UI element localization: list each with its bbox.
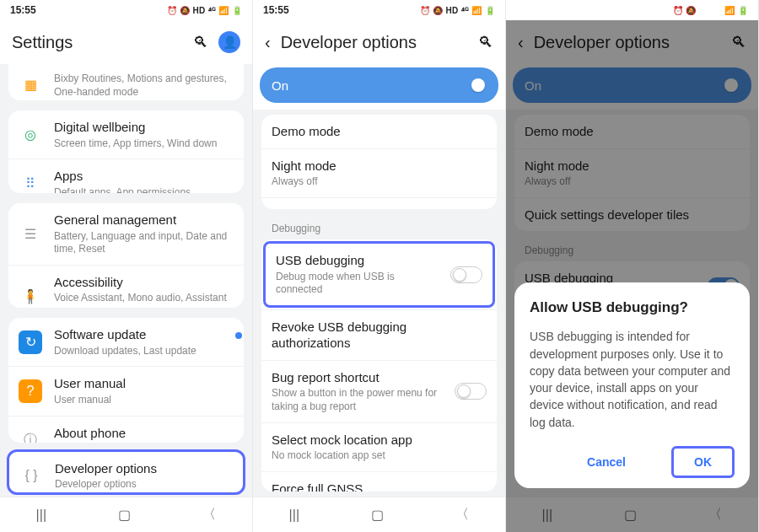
nav-recents[interactable]: ||| (36, 508, 46, 523)
row-demo-mode[interactable]: Demo mode (261, 115, 497, 148)
profile-avatar[interactable]: 👤 (218, 31, 240, 53)
panel-usb-dialog: 15:55 ⏰ 🔕 HD ⁴ᴳ 📶 🔋 ‹ Developer options … (506, 0, 759, 532)
dialog-body: USB debugging is intended for developmen… (530, 328, 735, 431)
advanced-icon: ▦ (19, 73, 42, 97)
row-sub: Bixby Routines, Motions and gestures, On… (54, 73, 234, 99)
toggle-on-icon (455, 77, 487, 94)
row-night-mode[interactable]: Night modeAlways off (261, 148, 497, 197)
row-quick-tiles[interactable]: Quick settings developer tiles (261, 197, 497, 210)
row-advanced-features[interactable]: ▦ Bixby Routines, Motions and gestures, … (8, 64, 244, 100)
notification-dot (235, 332, 242, 339)
row-usb-debugging[interactable]: USB debuggingDebug mode when USB is conn… (263, 241, 495, 308)
update-icon: ↻ (19, 330, 42, 354)
search-icon[interactable]: 🔍︎ (193, 34, 208, 51)
search-icon[interactable]: 🔍︎ (478, 34, 493, 51)
section-debugging: Debugging (258, 214, 500, 239)
status-time: 15:55 (10, 4, 36, 16)
dev-header: ‹ Developer options 🔍︎ (253, 20, 505, 64)
nav-home[interactable]: ▢ (371, 507, 384, 523)
row-developer-options[interactable]: { } Developer optionsDeveloper options (9, 452, 243, 496)
accessibility-icon: 🧍 (19, 284, 42, 308)
dialog-title: Allow USB debugging? (530, 299, 735, 316)
nav-bar: ||| ▢ 〈 (0, 497, 252, 532)
developer-icon: { } (19, 464, 43, 487)
row-bug-report[interactable]: Bug report shortcutShow a button in the … (261, 360, 497, 422)
status-bar: 15:55 ⏰ 🔕 HD ⁴ᴳ 📶 🔋 (253, 0, 505, 20)
row-user-manual[interactable]: ? User manualUser manual (8, 366, 244, 415)
master-toggle[interactable]: On (260, 67, 498, 103)
row-general-management[interactable]: ☰ General managementBattery, Language an… (8, 203, 244, 265)
row-mock-location[interactable]: Select mock location appNo mock location… (261, 422, 497, 471)
settings-header: Settings 🔍︎ 👤 (0, 20, 252, 64)
panel-settings: 15:55 ⏰ 🔕 HD ⁴ᴳ 📶 🔋 Settings 🔍︎ 👤 ▦ Bixb… (0, 0, 253, 532)
nav-recents[interactable]: ||| (289, 508, 299, 523)
usb-toggle[interactable] (450, 266, 482, 283)
row-gnss[interactable]: Force full GNSS measurementsTrack all GN… (261, 471, 497, 492)
row-digital-wellbeing[interactable]: ◎ Digital wellbeingScreen time, App time… (8, 110, 244, 159)
about-icon: ⓘ (19, 428, 42, 442)
panel-developer-options: 15:55 ⏰ 🔕 HD ⁴ᴳ 📶 🔋 ‹ Developer options … (253, 0, 506, 532)
status-bar: 15:55 ⏰ 🔕 HD ⁴ᴳ 📶 🔋 (0, 0, 252, 20)
page-title: Settings (12, 33, 183, 52)
row-revoke-auth[interactable]: Revoke USB debugging authorizations (261, 309, 497, 360)
nav-back[interactable]: 〈 (202, 506, 216, 524)
manual-icon: ? (19, 379, 42, 403)
usb-debugging-dialog: Allow USB debugging? USB debugging is in… (514, 282, 750, 488)
wellbeing-icon: ◎ (19, 123, 42, 147)
nav-home[interactable]: ▢ (118, 507, 131, 523)
bugreport-toggle[interactable] (455, 383, 487, 400)
nav-bar: ||| ▢ 〈 (253, 497, 505, 532)
back-icon[interactable]: ‹ (265, 33, 271, 52)
row-accessibility[interactable]: 🧍 AccessibilityVoice Assistant, Mono aud… (8, 265, 244, 309)
general-icon: ☰ (19, 222, 42, 245)
nav-back[interactable]: 〈 (455, 506, 469, 524)
apps-icon: ⠿ (19, 172, 42, 193)
cancel-button[interactable]: Cancel (572, 447, 641, 477)
ok-button[interactable]: OK (671, 446, 735, 478)
row-software-update[interactable]: ↻ Software updateDownload updates, Last … (8, 318, 244, 366)
status-icons: ⏰ 🔕 HD ⁴ᴳ 📶 🔋 (167, 6, 242, 15)
row-apps[interactable]: ⠿ AppsDefault apps, App permissions (8, 159, 244, 193)
row-about-phone[interactable]: ⓘ About phoneStatus, Legal information, … (8, 416, 244, 443)
